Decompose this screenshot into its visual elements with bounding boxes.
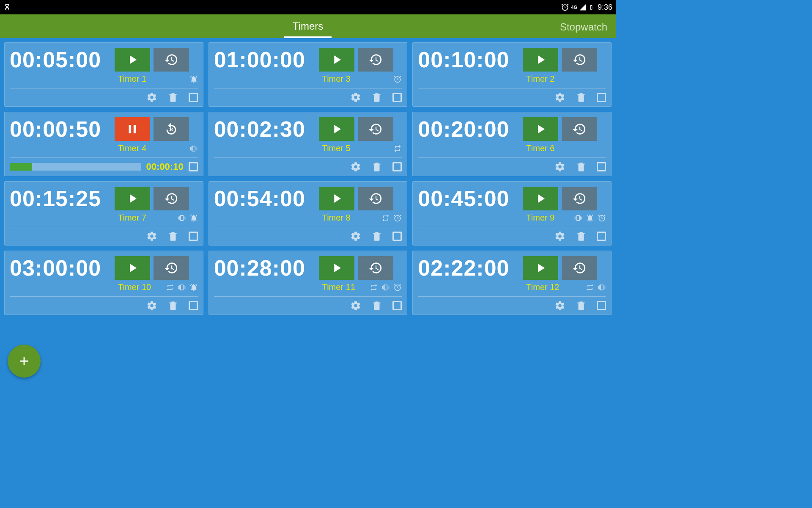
bell-icon — [189, 214, 198, 222]
timer-name[interactable]: Timer 7 — [118, 213, 146, 223]
reset-button[interactable] — [358, 187, 393, 210]
gear-icon[interactable] — [554, 231, 565, 242]
play-button[interactable] — [523, 117, 558, 141]
timer-time[interactable]: 00:05:00 — [10, 47, 111, 72]
play-button[interactable] — [319, 256, 354, 280]
trash-icon[interactable] — [576, 92, 587, 103]
reset-button[interactable] — [562, 256, 597, 280]
select-checkbox[interactable] — [597, 232, 606, 241]
gear-icon[interactable] — [146, 231, 157, 242]
play-button[interactable] — [319, 48, 354, 72]
trash-icon[interactable] — [167, 231, 178, 242]
gear-icon[interactable] — [350, 92, 361, 103]
tab-timers[interactable]: Timers — [284, 14, 332, 38]
timer-time[interactable]: 01:00:00 — [214, 47, 315, 72]
indicator-group — [393, 144, 402, 153]
timer-time[interactable]: 00:02:30 — [214, 116, 315, 142]
gear-icon[interactable] — [146, 92, 157, 103]
timer-name[interactable]: Timer 11 — [322, 282, 355, 292]
reset-button[interactable] — [358, 256, 393, 280]
add-timer-button[interactable] — [8, 345, 41, 378]
pause-button[interactable] — [115, 117, 150, 141]
rewind-button[interactable] — [154, 117, 189, 141]
play-button[interactable] — [319, 187, 354, 210]
timer-time[interactable]: 00:54:00 — [214, 186, 315, 211]
trash-icon[interactable] — [167, 92, 178, 103]
repeat-icon — [381, 214, 390, 222]
battery-icon — [588, 3, 594, 11]
gear-icon[interactable] — [554, 300, 565, 311]
trash-icon[interactable] — [576, 161, 587, 172]
timer-time[interactable]: 03:00:00 — [10, 255, 111, 281]
timer-time[interactable]: 00:00:50 — [10, 116, 111, 142]
timer-card: 00:05:00Timer 1 — [4, 42, 203, 107]
trash-icon[interactable] — [371, 92, 382, 103]
trash-icon[interactable] — [576, 300, 587, 311]
trash-icon[interactable] — [371, 300, 382, 311]
timer-time[interactable]: 00:20:00 — [418, 116, 519, 142]
timer-time[interactable]: 00:28:00 — [214, 255, 315, 281]
select-checkbox[interactable] — [392, 93, 402, 102]
indicator-group — [189, 75, 198, 83]
timer-name[interactable]: Timer 6 — [526, 144, 554, 153]
reset-button[interactable] — [154, 187, 189, 210]
tab-stopwatch[interactable]: Stopwatch — [551, 15, 616, 37]
indicator-group — [574, 214, 606, 222]
select-checkbox[interactable] — [597, 301, 606, 310]
select-checkbox[interactable] — [189, 232, 198, 241]
timer-name[interactable]: Timer 2 — [526, 74, 554, 84]
reset-button[interactable] — [562, 48, 597, 72]
play-button[interactable] — [319, 117, 354, 141]
timer-name[interactable]: Timer 1 — [118, 74, 146, 84]
trash-icon[interactable] — [576, 231, 587, 242]
reset-button[interactable] — [358, 117, 393, 141]
timer-time[interactable]: 00:10:00 — [418, 47, 519, 72]
timer-name[interactable]: Timer 10 — [118, 282, 151, 292]
select-checkbox[interactable] — [597, 93, 606, 102]
timer-time[interactable]: 00:45:00 — [418, 186, 519, 211]
timer-time[interactable]: 00:15:25 — [10, 186, 111, 211]
timer-name[interactable]: Timer 8 — [322, 213, 351, 223]
timer-name[interactable]: Timer 9 — [526, 213, 554, 223]
timer-name[interactable]: Timer 4 — [118, 144, 146, 153]
timer-name[interactable]: Timer 5 — [322, 144, 351, 153]
trash-icon[interactable] — [371, 161, 382, 172]
select-checkbox[interactable] — [392, 162, 402, 171]
gear-icon[interactable] — [146, 300, 157, 311]
play-button[interactable] — [115, 48, 150, 72]
select-checkbox[interactable] — [597, 162, 606, 171]
timer-time[interactable]: 02:22:00 — [418, 255, 519, 281]
history-icon — [572, 52, 587, 67]
select-checkbox[interactable] — [392, 232, 402, 241]
reset-button[interactable] — [154, 256, 189, 280]
timer-name[interactable]: Timer 12 — [526, 282, 559, 292]
divider — [418, 88, 606, 88]
select-checkbox[interactable] — [392, 301, 402, 310]
gear-icon[interactable] — [554, 92, 565, 103]
select-checkbox[interactable] — [189, 93, 198, 102]
signal-icon — [579, 3, 587, 11]
reset-button[interactable] — [154, 48, 189, 72]
trash-icon[interactable] — [371, 231, 382, 242]
reset-button[interactable] — [562, 117, 597, 141]
play-button[interactable] — [115, 256, 150, 280]
divider — [10, 88, 198, 88]
timer-name[interactable]: Timer 3 — [322, 74, 351, 84]
select-checkbox[interactable] — [189, 162, 198, 171]
play-button[interactable] — [523, 187, 558, 210]
gear-icon[interactable] — [350, 231, 361, 242]
reset-button[interactable] — [562, 187, 597, 210]
play-button[interactable] — [115, 187, 150, 210]
trash-icon[interactable] — [167, 300, 178, 311]
gear-icon[interactable] — [350, 300, 361, 311]
history-icon — [572, 191, 587, 206]
play-button[interactable] — [523, 256, 558, 280]
timer-card: 03:00:00Timer 10 — [4, 251, 203, 315]
play-icon — [533, 52, 548, 67]
play-icon — [533, 261, 548, 275]
gear-icon[interactable] — [350, 161, 361, 172]
select-checkbox[interactable] — [189, 301, 198, 310]
play-button[interactable] — [523, 48, 558, 72]
gear-icon[interactable] — [554, 161, 565, 172]
reset-button[interactable] — [358, 48, 393, 72]
